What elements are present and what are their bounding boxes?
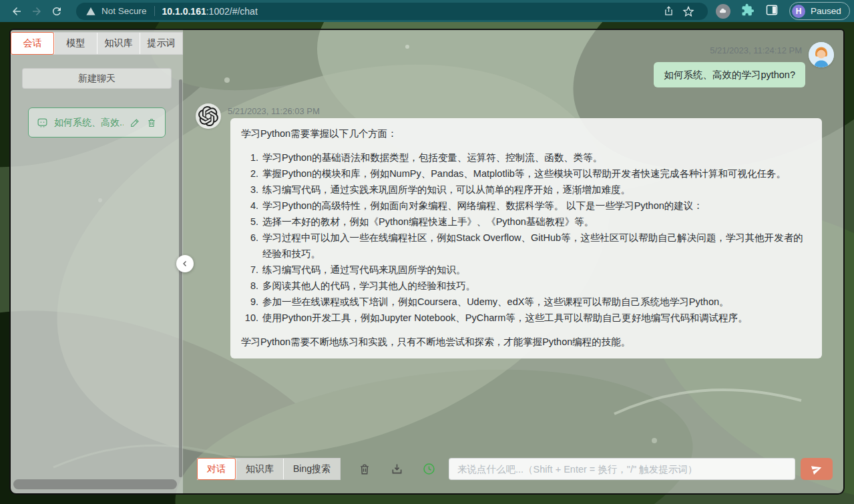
edit-icon[interactable]: [130, 117, 140, 128]
chat-area: 5/21/2023, 11:24:12 PM 如何系统、高效的学习python?…: [183, 30, 843, 493]
bookmark-star-icon[interactable]: [678, 3, 698, 20]
list-item: 练习编写代码，通过写代码来巩固所学的知识。: [261, 262, 811, 278]
list-item: 学习Python的高级特性，例如面向对象编程、网络编程、数据科学等。 以下是一些…: [261, 198, 811, 214]
list-item: 学习Python的基础语法和数据类型，包括变量、运算符、控制流、函数、类等。: [261, 150, 811, 166]
tab-conversations[interactable]: 会话: [11, 32, 54, 55]
extensions-puzzle-icon[interactable]: [741, 3, 755, 19]
sidebar-tab-bar: 会话 模型 知识库 提示词: [11, 32, 183, 55]
list-item: 多阅读其他人的代码，学习其他人的经验和技巧。: [261, 278, 811, 294]
conversation-title: 如何系统、高效...: [54, 117, 124, 129]
send-button[interactable]: [801, 458, 833, 480]
forward-button[interactable]: [27, 3, 47, 20]
message-input[interactable]: [449, 458, 795, 480]
browser-toolbar: Not Secure 10.1.0.161:1002/#/chat H Paus…: [0, 0, 854, 22]
tab-models[interactable]: 模型: [54, 33, 97, 54]
conversation-list-item[interactable]: 如何系统、高效...: [28, 107, 166, 138]
security-label: Not Secure: [101, 6, 147, 16]
assistant-list: 学习Python的基础语法和数据类型，包括变量、运算符、控制流、函数、类等。 掌…: [241, 150, 811, 326]
list-item: 参加一些在线课程或线下培训，例如Coursera、Udemy、edX等，这些课程…: [261, 294, 811, 310]
new-chat-button[interactable]: 新建聊天: [22, 68, 172, 89]
address-bar[interactable]: Not Secure 10.1.0.161:1002/#/chat: [76, 3, 708, 20]
list-item: 掌握Python的模块和库，例如NumPy、Pandas、Matplotlib等…: [261, 166, 811, 182]
composer-bar: 对话 知识库 Bing搜索: [197, 458, 833, 480]
user-message-bubble: 如何系统、高效的学习python?: [654, 62, 805, 87]
tab-prompts[interactable]: 提示词: [140, 33, 182, 54]
tab-knowledge-base[interactable]: 知识库: [97, 33, 140, 54]
history-clock-icon[interactable]: [421, 462, 436, 477]
reload-button[interactable]: [47, 3, 67, 20]
profile-avatar: H: [792, 5, 805, 18]
profile-paused-button[interactable]: H Paused: [789, 2, 850, 20]
list-item: 使用Python开发工具，例如Jupyter Notebook、PyCharm等…: [261, 310, 811, 326]
clear-chat-trash-icon[interactable]: [357, 462, 372, 477]
chat-app-window: 会话 模型 知识库 提示词 新建聊天 如何系统、高效... 5/21/2023,…: [9, 29, 845, 495]
assistant-message-timestamp: 5/21/2023, 11:26:03 PM: [228, 106, 320, 116]
sidebar-horizontal-scrollbar[interactable]: [13, 479, 177, 489]
download-chat-icon[interactable]: [389, 462, 404, 477]
url-path: :1002/#/chat: [206, 6, 258, 17]
assistant-message-bubble: 学习Python需要掌握以下几个方面： 学习Python的基础语法和数据类型，包…: [230, 118, 822, 358]
url-host: 10.1.0.161: [162, 6, 206, 17]
chat-bubble-icon: [37, 117, 48, 128]
not-secure-warning-icon: [85, 6, 96, 17]
list-item: 练习编写代码，通过实践来巩固所学的知识，可以从简单的程序开始，逐渐增加难度。: [261, 182, 811, 198]
assistant-outro: 学习Python需要不断地练习和实践，只有不断地尝试和探索，才能掌握Python…: [241, 334, 811, 350]
openai-logo-icon: [196, 103, 221, 129]
assistant-intro: 学习Python需要掌握以下几个方面：: [241, 125, 811, 142]
user-message-timestamp: 5/21/2023, 11:24:12 PM: [710, 45, 802, 55]
side-panel-icon[interactable]: [765, 3, 779, 19]
list-item: 学习过程中可以加入一些在线编程社区，例如Stack Overflow、GitHu…: [261, 230, 811, 262]
sidebar-vertical-scrollbar[interactable]: [179, 79, 182, 477]
paused-label: Paused: [811, 6, 841, 16]
delete-icon[interactable]: [146, 117, 157, 128]
tab-bing-search[interactable]: Bing搜索: [283, 459, 340, 479]
share-icon[interactable]: [658, 3, 678, 20]
url-divider: [154, 6, 155, 16]
sidebar-collapse-button[interactable]: [176, 255, 194, 272]
chevron-left-icon: [181, 260, 189, 268]
sidebar: 会话 模型 知识库 提示词 新建聊天 如何系统、高效...: [11, 30, 183, 493]
composer-tab-bar: 对话 知识库 Bing搜索: [197, 458, 341, 480]
tab-dialogue[interactable]: 对话: [197, 458, 236, 480]
user-avatar: [809, 42, 834, 67]
cloud-extension-icon[interactable]: [716, 4, 730, 19]
list-item: 选择一本好的教材，例如《Python编程快速上手》、《Python基础教程》等。: [261, 214, 811, 230]
back-button[interactable]: [7, 3, 27, 20]
tab-knowledge-search[interactable]: 知识库: [236, 459, 283, 479]
